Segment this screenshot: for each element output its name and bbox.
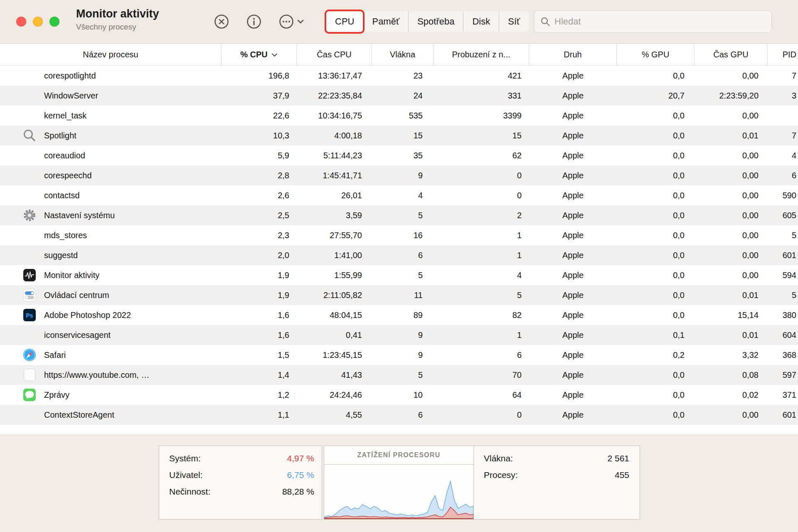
table-row[interactable]: iconservicesagent1,60,4191Apple0,10,0160… xyxy=(0,325,798,345)
close-window-button[interactable] xyxy=(16,17,26,27)
cell-kind: Apple xyxy=(529,211,617,220)
column-header-pid[interactable]: PID xyxy=(768,44,798,65)
cell-wakeups: 6 xyxy=(433,350,529,360)
table-row[interactable]: Monitor aktivity1,91:55,9954Apple0,00,00… xyxy=(0,265,798,285)
cell-gpu_time: 0,01 xyxy=(695,131,768,140)
table-row[interactable]: corespotlightd196,813:36:17,4723421Apple… xyxy=(0,66,798,86)
ellipsis-circle-icon xyxy=(278,14,294,30)
process-name: Zprávy xyxy=(44,390,69,400)
settings-gear-icon xyxy=(22,208,37,222)
cell-pid: 7 xyxy=(768,71,798,81)
cell-gpu_time: 0,08 xyxy=(695,370,768,380)
messages-icon xyxy=(22,388,37,402)
cell-cpu: 1,6 xyxy=(222,310,297,320)
cell-cpu_time: 3,59 xyxy=(297,211,372,220)
zoom-window-button[interactable] xyxy=(49,17,59,27)
table-row[interactable]: Nastavení systému2,53,5952Apple0,00,0060… xyxy=(0,205,798,225)
table-row[interactable]: Zprávy1,224:24,461064Apple0,00,02371 xyxy=(0,385,798,405)
cell-threads: 16 xyxy=(372,231,433,240)
table-row[interactable]: coreaudiod5,95:11:44,233562Apple0,00,004 xyxy=(0,145,798,165)
table-row[interactable]: corespeechd2,81:45:41,7190Apple0,00,006 xyxy=(0,165,798,185)
table-row[interactable]: WindowServer37,922:23:35,8424331Apple20,… xyxy=(0,86,798,106)
tab-cpu[interactable]: CPU xyxy=(326,11,363,32)
cell-threads: 6 xyxy=(372,410,433,420)
blank-doc-icon xyxy=(22,368,37,382)
stat-row: Procesy:455 xyxy=(484,467,629,483)
cell-kind: Apple xyxy=(529,171,617,180)
column-header-gpu-time[interactable]: Čas GPU xyxy=(695,44,768,65)
cell-cpu: 22,6 xyxy=(222,111,297,121)
search-input[interactable] xyxy=(554,16,766,27)
cell-pid: 597 xyxy=(768,370,798,380)
cell-gpu: 0,0 xyxy=(617,271,695,280)
cell-threads: 11 xyxy=(372,291,433,300)
search-icon xyxy=(540,17,550,27)
cell-kind: Apple xyxy=(529,390,617,400)
cell-cpu_time: 1:45:41,71 xyxy=(297,171,372,180)
tab-disk[interactable]: Disk xyxy=(463,11,499,32)
cell-wakeups: 3399 xyxy=(433,111,529,121)
table-row[interactable]: kernel_task22,610:34:16,755353399Apple0,… xyxy=(0,106,798,126)
cell-pid: 604 xyxy=(768,330,798,340)
column-header-cpu-time[interactable]: Čas CPU xyxy=(297,44,372,65)
column-header-idle-wakeups[interactable]: Probuzení z n... xyxy=(433,44,529,65)
table-header-row: Název procesu % CPU Čas CPU Vlákna Probu… xyxy=(0,44,798,66)
stat-row: Uživatel:6,75 % xyxy=(169,467,314,483)
info-circle-icon[interactable] xyxy=(246,14,262,30)
table-row[interactable]: contactsd2,626,0140Apple0,00,00590 xyxy=(0,185,798,205)
table-row[interactable]: suggestd2,01:41,0061Apple0,00,00601 xyxy=(0,245,798,265)
minimize-window-button[interactable] xyxy=(33,17,43,27)
column-header-kind[interactable]: Druh xyxy=(529,44,617,65)
column-header-gpu-percent[interactable]: % GPU xyxy=(617,44,695,65)
cell-pid: 4 xyxy=(768,151,798,160)
table-row[interactable]: mds_stores2,327:55,70161Apple0,00,005 xyxy=(0,225,798,245)
table-row[interactable]: Ovládací centrum1,92:11:05,82115Apple0,0… xyxy=(0,285,798,305)
titlebar: Monitor aktivity Všechny procesy CPU Pam… xyxy=(0,0,798,44)
column-header-cpu-percent[interactable]: % CPU xyxy=(222,44,297,65)
toolbar-actions xyxy=(214,14,305,30)
table-row[interactable]: Spotlight10,34:00,181515Apple0,00,017 xyxy=(0,126,798,145)
cell-gpu_time: 0,00 xyxy=(695,211,768,220)
cell-gpu_time: 0,00 xyxy=(695,410,768,420)
cell-gpu_time: 0,00 xyxy=(695,71,768,81)
table-row[interactable]: https://www.youtube.com, …1,441,43570App… xyxy=(0,365,798,385)
cpu-usage-stats-box: Systém:4,97 %Uživatel:6,75 %Nečinnost:88… xyxy=(159,446,322,520)
cell-threads: 9 xyxy=(372,171,433,180)
cell-threads: 5 xyxy=(372,211,433,220)
table-row[interactable]: ContextStoreAgent1,14,5560Apple0,00,0060… xyxy=(0,405,798,425)
column-header-threads[interactable]: Vlákna xyxy=(372,44,433,65)
activity-monitor-icon xyxy=(22,268,37,282)
cell-cpu_time: 1:41,00 xyxy=(297,251,372,260)
tab-network[interactable]: Síť xyxy=(499,11,529,32)
column-header-process-name[interactable]: Název procesu xyxy=(0,44,222,65)
cell-threads: 5 xyxy=(372,271,433,280)
cell-cpu: 2,3 xyxy=(222,231,297,240)
search-field[interactable] xyxy=(534,10,772,33)
cell-cpu: 2,5 xyxy=(222,211,297,220)
cell-wakeups: 15 xyxy=(433,131,529,140)
tab-energy[interactable]: Spotřeba xyxy=(408,11,463,32)
cell-threads: 5 xyxy=(372,370,433,380)
cell-kind: Apple xyxy=(529,271,617,280)
cell-wakeups: 82 xyxy=(433,310,529,320)
cell-cpu_time: 5:11:44,23 xyxy=(297,151,372,160)
cell-pid: 594 xyxy=(768,271,798,280)
table-row[interactable]: PsAdobe Photoshop 20221,648:04,158982App… xyxy=(0,305,798,325)
tab-memory[interactable]: Paměť xyxy=(363,11,408,32)
cell-gpu: 0,0 xyxy=(617,131,695,140)
table-body: corespotlightd196,813:36:17,4723421Apple… xyxy=(0,66,798,425)
cell-gpu: 0,0 xyxy=(617,71,695,81)
cell-cpu: 5,9 xyxy=(222,151,297,160)
cell-kind: Apple xyxy=(529,131,617,140)
chevron-down-icon xyxy=(296,17,305,26)
x-circle-icon[interactable] xyxy=(214,14,229,30)
cell-gpu_time: 3,32 xyxy=(695,350,768,360)
traffic-lights xyxy=(16,17,59,27)
cell-gpu_time: 0,00 xyxy=(695,111,768,121)
cell-pid: 601 xyxy=(768,410,798,420)
cell-gpu_time: 0,01 xyxy=(695,330,768,340)
cell-pid: 5 xyxy=(768,291,798,300)
cell-cpu_time: 41,43 xyxy=(297,370,372,380)
more-options-control[interactable] xyxy=(278,14,305,30)
table-row[interactable]: Safari1,51:23:45,1596Apple0,23,32368 xyxy=(0,345,798,365)
